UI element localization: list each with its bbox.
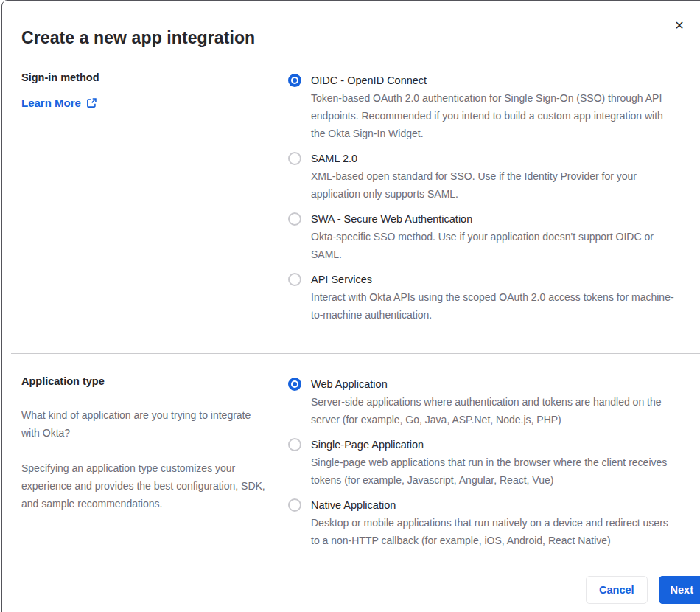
application-type-section: Application type What kind of applicatio… <box>21 375 700 549</box>
apptype-intro-paragraph-2: Specifying an application type customize… <box>21 459 270 512</box>
learn-more-label: Learn More <box>21 97 81 109</box>
radio-option-web-application[interactable]: Web Application Server-side applications… <box>288 375 679 428</box>
radio-description-single-page-application: Single-page web applications that run in… <box>311 453 679 489</box>
radio-button-saml[interactable] <box>288 152 301 165</box>
signin-left-column: Sign-in method Learn More <box>21 72 270 110</box>
cancel-button[interactable]: Cancel <box>586 576 648 604</box>
radio-button-web-application[interactable] <box>288 378 301 391</box>
dialog-footer: Cancel Next <box>21 576 700 604</box>
radio-button-native-application[interactable] <box>288 498 301 512</box>
radio-description-swa: Okta-specific SSO method. Use if your ap… <box>311 228 679 263</box>
radio-option-oidc[interactable]: OIDC - OpenID Connect Token-based OAuth … <box>288 72 679 142</box>
apptype-options-group: Web Application Server-side applications… <box>288 375 679 549</box>
radio-label-oidc[interactable]: OIDC - OpenID Connect <box>311 72 679 89</box>
radio-label-api-services[interactable]: API Services <box>311 271 679 288</box>
radio-option-single-page-application[interactable]: Single-Page Application Single-page web … <box>288 436 679 489</box>
radio-description-oidc: Token-based OAuth 2.0 authentication for… <box>311 89 679 142</box>
radio-description-web-application: Server-side applications where authentic… <box>311 393 679 428</box>
radio-description-api-services: Interact with Okta APIs using the scoped… <box>311 288 679 324</box>
application-type-heading: Application type <box>21 375 270 387</box>
signin-method-heading: Sign-in method <box>21 72 270 83</box>
signin-options-group: OIDC - OpenID Connect Token-based OAuth … <box>288 72 679 324</box>
radio-label-native-application[interactable]: Native Application <box>311 496 679 514</box>
radio-option-native-application[interactable]: Native Application Desktop or mobile app… <box>288 496 679 549</box>
apptype-left-column: Application type What kind of applicatio… <box>21 375 270 512</box>
radio-label-saml[interactable]: SAML 2.0 <box>311 150 679 167</box>
dialog-content: Create a new app integration Sign-in met… <box>2 1 700 604</box>
apptype-intro-paragraph-1: What kind of application are you trying … <box>21 406 270 442</box>
section-divider <box>11 353 700 354</box>
next-button[interactable]: Next <box>659 576 700 604</box>
radio-option-api-services[interactable]: API Services Interact with Okta APIs usi… <box>288 271 679 324</box>
external-link-icon <box>86 97 97 108</box>
radio-button-api-services[interactable] <box>288 273 301 286</box>
radio-option-saml[interactable]: SAML 2.0 XML-based open standard for SSO… <box>288 150 679 203</box>
radio-label-swa[interactable]: SWA - Secure Web Authentication <box>311 210 679 228</box>
signin-method-section: Sign-in method Learn More <box>21 72 700 324</box>
learn-more-link[interactable]: Learn More <box>21 97 97 109</box>
create-app-integration-dialog: ✕ Create a new app integration Sign-in m… <box>1 0 700 612</box>
radio-description-saml: XML-based open standard for SSO. Use if … <box>311 167 679 203</box>
radio-option-swa[interactable]: SWA - Secure Web Authentication Okta-spe… <box>288 210 679 263</box>
radio-button-swa[interactable] <box>288 212 301 226</box>
radio-description-native-application: Desktop or mobile applications that run … <box>311 514 679 549</box>
dialog-title: Create a new app integration <box>21 28 700 48</box>
radio-button-oidc[interactable] <box>288 74 301 87</box>
radio-label-single-page-application[interactable]: Single-Page Application <box>311 436 679 453</box>
radio-button-single-page-application[interactable] <box>288 438 301 451</box>
radio-label-web-application[interactable]: Web Application <box>311 375 679 393</box>
